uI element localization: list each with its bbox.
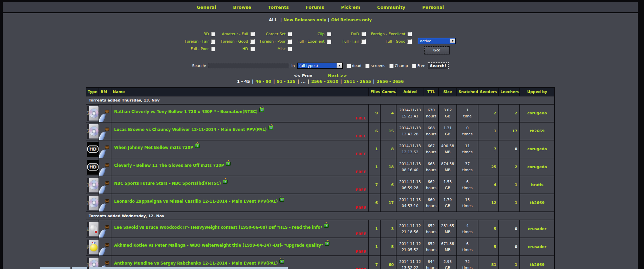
- category-checkbox[interactable]: [287, 47, 292, 51]
- uploader-cell[interactable]: brutis: [520, 176, 555, 194]
- uploader-cell[interactable]: corugedo: [520, 140, 555, 158]
- comments-cell[interactable]: 4: [380, 104, 396, 122]
- hd-type-icon[interactable]: HD: [87, 160, 99, 175]
- release-filter-link[interactable]: Old Releases only: [331, 18, 372, 22]
- torrent-name-link[interactable]: Leonardo Zappavigna vs Misael Castillo 1…: [114, 199, 278, 204]
- seeders-cell[interactable]: 2: [478, 104, 499, 122]
- status-select[interactable]: active ▼: [418, 38, 456, 44]
- screenshot-icon[interactable]: [259, 108, 264, 112]
- nav-item-forums[interactable]: Forums: [306, 5, 324, 10]
- exel-type-icon[interactable]: EXEL: [87, 240, 99, 254]
- comments-cell[interactable]: 6: [380, 176, 396, 194]
- category-checkbox[interactable]: [250, 32, 255, 36]
- torrent-name-link[interactable]: Lucas Browne vs Chauncy Welliver 12-11-2…: [114, 127, 267, 132]
- seeders-cell[interactable]: 5: [478, 238, 499, 256]
- seeders-cell[interactable]: 5: [478, 220, 499, 238]
- uploader-cell[interactable]: crusader: [520, 220, 555, 238]
- search-filter-checkbox[interactable]: [365, 64, 369, 68]
- search-input[interactable]: [209, 63, 289, 68]
- col-header-type[interactable]: Type: [86, 88, 99, 96]
- search-filter-checkbox[interactable]: [389, 64, 393, 68]
- screenshot-icon[interactable]: [226, 162, 231, 166]
- leechers-cell[interactable]: 1: [499, 256, 520, 269]
- seeders-cell[interactable]: 7: [478, 140, 499, 158]
- leechers-cell[interactable]: 1: [499, 176, 520, 194]
- uploader-cell[interactable]: crusader: [520, 238, 555, 256]
- nav-item-browse[interactable]: Browse: [233, 5, 251, 10]
- col-header-size[interactable]: Size: [438, 88, 457, 96]
- leechers-cell[interactable]: 0: [499, 238, 520, 256]
- seeders-cell[interactable]: 1: [478, 122, 499, 140]
- search-filter-checkbox[interactable]: [412, 64, 416, 68]
- search-type-select[interactable]: (all types) ▼: [297, 63, 343, 69]
- category-checkbox[interactable]: [250, 47, 255, 51]
- comments-cell[interactable]: 17: [380, 194, 396, 212]
- col-header-files[interactable]: Files: [369, 88, 380, 96]
- nav-item-personal[interactable]: Personal: [422, 5, 444, 10]
- dvd-type-icon[interactable]: DVD: [87, 196, 99, 210]
- files-cell[interactable]: 1: [369, 220, 380, 238]
- leechers-cell[interactable]: 0: [499, 140, 520, 158]
- comments-cell[interactable]: 15: [380, 122, 396, 140]
- category-checkbox[interactable]: [327, 39, 331, 44]
- col-header-snatched[interactable]: Snatched: [457, 88, 478, 96]
- pagination-link[interactable]: 2656 - 2656: [377, 79, 404, 84]
- misc-type-icon[interactable]: MISC: [87, 222, 99, 237]
- uploader-cell[interactable]: tk2669: [520, 122, 555, 140]
- uploader-cell[interactable]: corugedo: [520, 104, 555, 122]
- files-cell[interactable]: 6: [369, 122, 380, 140]
- screenshot-icon[interactable]: [279, 198, 284, 202]
- seeders-cell[interactable]: 51: [478, 256, 499, 269]
- chevron-down-icon[interactable]: ▼: [337, 63, 342, 68]
- seeders-cell[interactable]: 25: [478, 158, 499, 176]
- category-checkbox[interactable]: [407, 32, 412, 36]
- torrent-name-link[interactable]: Nathan Cleverly vs Tony Bellew 1 720 x 4…: [114, 109, 258, 114]
- col-header-bm[interactable]: BM: [99, 88, 111, 96]
- go-button[interactable]: Go!: [424, 46, 449, 54]
- category-checkbox[interactable]: [211, 32, 215, 36]
- screenshot-icon[interactable]: [325, 242, 329, 246]
- torrent-name-link[interactable]: NBC Sports Future Stars - NBC Sports(hd)…: [114, 181, 221, 186]
- chevron-down-icon[interactable]: ▼: [450, 39, 455, 43]
- files-cell[interactable]: 1: [369, 238, 380, 256]
- prev-page-link[interactable]: << Prev: [294, 73, 312, 78]
- leechers-cell[interactable]: 0: [499, 220, 520, 238]
- leechers-cell[interactable]: 1: [499, 194, 520, 212]
- col-header-name[interactable]: Name: [111, 88, 369, 96]
- pagination-link[interactable]: 2611 - 2655: [344, 79, 371, 84]
- uploader-cell[interactable]: corugedo: [520, 158, 555, 176]
- pagination-link[interactable]: 91 - 135: [277, 79, 296, 84]
- category-checkbox[interactable]: [361, 32, 366, 36]
- uploader-cell[interactable]: tk2669: [520, 256, 555, 269]
- dvd-type-icon[interactable]: DVD: [87, 106, 99, 121]
- files-cell[interactable]: 6: [369, 194, 380, 212]
- search-filter-checkbox[interactable]: [346, 64, 351, 68]
- torrent-name-link[interactable]: Lee Savold vs Bruce Woodcock II°- Heavyw…: [114, 225, 322, 230]
- release-filter-all[interactable]: ALL: [269, 18, 277, 22]
- torrent-name-link[interactable]: When Johnny Met Bellew m2ts 720P: [114, 145, 193, 150]
- col-header-uppedby[interactable]: Upped by: [520, 88, 555, 96]
- files-cell[interactable]: 1: [369, 140, 380, 158]
- comments-cell[interactable]: 18: [380, 158, 396, 176]
- uploader-cell[interactable]: tk2669: [520, 194, 555, 212]
- files-cell[interactable]: 7: [369, 256, 380, 269]
- next-page-link[interactable]: Next >>: [328, 73, 347, 78]
- dvd-type-icon[interactable]: DVD: [87, 178, 99, 193]
- release-filter-link[interactable]: New Releases only: [283, 18, 326, 22]
- nav-item-community[interactable]: Community: [377, 5, 405, 10]
- category-checkbox[interactable]: [250, 39, 255, 44]
- category-checkbox[interactable]: [407, 39, 412, 44]
- comments-cell[interactable]: 8: [380, 140, 396, 158]
- comments-cell[interactable]: 60: [380, 256, 396, 269]
- nav-item-general[interactable]: General: [197, 5, 216, 10]
- screenshot-icon[interactable]: [223, 180, 228, 184]
- dvd-type-icon[interactable]: DVD: [87, 124, 99, 139]
- category-checkbox[interactable]: [327, 32, 331, 36]
- screenshot-icon[interactable]: [279, 260, 284, 264]
- pagination-link[interactable]: 46 - 90: [255, 79, 271, 84]
- category-checkbox[interactable]: [287, 39, 292, 44]
- col-header-comm[interactable]: Comm.: [380, 88, 396, 96]
- category-checkbox[interactable]: [361, 39, 366, 44]
- col-header-added[interactable]: Added: [396, 88, 424, 96]
- category-checkbox[interactable]: [211, 47, 215, 51]
